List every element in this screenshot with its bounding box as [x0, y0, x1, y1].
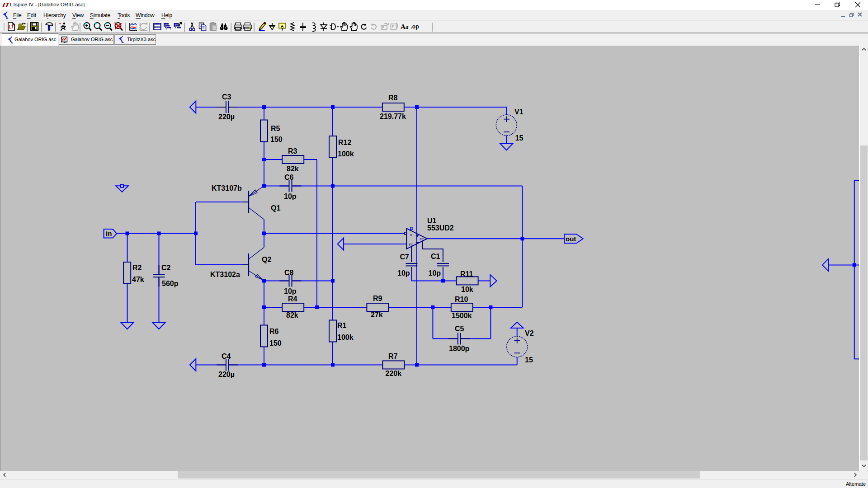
svg-text:R8: R8: [388, 94, 398, 102]
svg-text:47k: 47k: [132, 276, 144, 283]
svg-text:1500k: 1500k: [452, 312, 472, 319]
svg-text:R2: R2: [132, 264, 142, 272]
svg-text:C3: C3: [222, 93, 231, 101]
svg-text:220k: 220k: [386, 370, 402, 377]
svg-text:LT: LT: [9, 24, 14, 29]
svg-text:a: a: [406, 23, 409, 30]
svg-text:in: in: [106, 230, 112, 237]
svg-text:FC: FC: [409, 243, 413, 246]
svg-text:V2: V2: [525, 329, 534, 337]
svg-text:C2: C2: [161, 264, 171, 272]
svg-text:553UD2: 553UD2: [427, 224, 454, 232]
svg-text:A: A: [401, 23, 406, 30]
svg-text:C7: C7: [400, 253, 410, 261]
svg-text:220µ: 220µ: [218, 113, 235, 121]
svg-text:V1: V1: [514, 108, 524, 116]
svg-text:.op: .op: [411, 23, 419, 30]
svg-text:10k: 10k: [461, 286, 473, 293]
svg-text:b: b: [410, 233, 412, 236]
svg-text:R3: R3: [288, 147, 297, 155]
svg-text:82k: 82k: [287, 165, 299, 173]
svg-text:150: 150: [269, 339, 282, 347]
svg-text:C8: C8: [284, 269, 294, 277]
svg-text:U1: U1: [427, 217, 437, 225]
svg-text:15: 15: [515, 134, 524, 142]
svg-text:10p: 10p: [429, 269, 441, 277]
svg-text:KT3102a: KT3102a: [210, 271, 240, 278]
svg-text:220µ: 220µ: [218, 371, 235, 378]
svg-text:82k: 82k: [286, 311, 298, 319]
svg-text:150: 150: [270, 136, 283, 143]
svg-text:R11: R11: [460, 270, 473, 278]
svg-text:219.77k: 219.77k: [380, 113, 406, 120]
svg-text:560p: 560p: [162, 280, 179, 287]
svg-text:100k: 100k: [338, 150, 354, 158]
svg-text:R6: R6: [269, 328, 279, 335]
svg-text:10p: 10p: [284, 287, 297, 295]
svg-text:Q1: Q1: [271, 204, 280, 212]
svg-text:15: 15: [525, 356, 533, 364]
svg-text:R9: R9: [373, 295, 382, 302]
svg-text:KT3107b: KT3107b: [212, 184, 242, 192]
svg-text:10p: 10p: [397, 269, 410, 277]
svg-text:out: out: [566, 235, 576, 243]
svg-text:R10: R10: [455, 296, 468, 303]
svg-text:C6: C6: [284, 174, 294, 181]
svg-text:R5: R5: [271, 125, 280, 132]
svg-text:C5: C5: [455, 325, 464, 333]
svg-text:FC: FC: [420, 238, 424, 241]
svg-text:27k: 27k: [371, 311, 383, 319]
svg-text:R12: R12: [338, 139, 351, 146]
svg-text:C4: C4: [222, 352, 231, 360]
svg-text:100k: 100k: [337, 333, 354, 341]
svg-text:C1: C1: [431, 253, 440, 260]
svg-text:R7: R7: [388, 352, 398, 360]
svg-text:R1: R1: [337, 322, 347, 329]
svg-text:1800p: 1800p: [449, 345, 470, 352]
svg-text:A: A: [281, 24, 284, 28]
svg-text:10p: 10p: [284, 192, 297, 200]
svg-text:R4: R4: [288, 295, 297, 303]
svg-text:Q2: Q2: [262, 256, 271, 263]
